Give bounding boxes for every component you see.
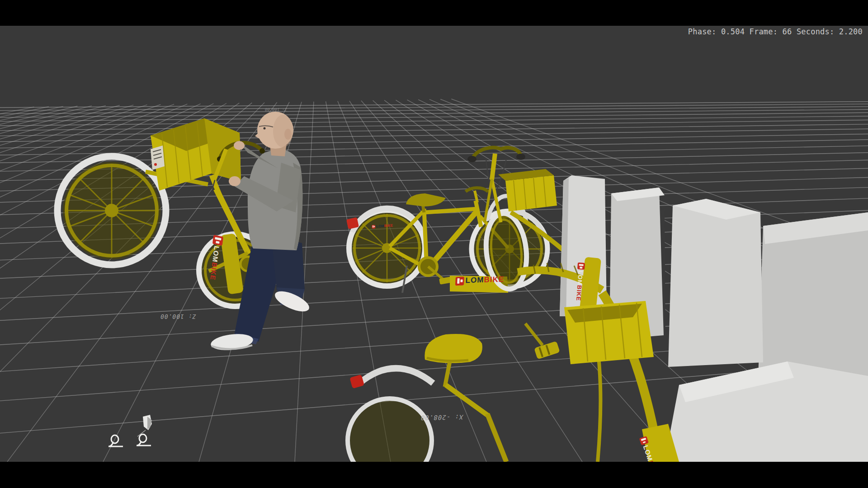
lombike-logo-middle-bike: LOMBIKE [455,275,505,286]
character-ear [284,129,292,140]
bottom-bike-fender [359,368,433,383]
grid-coordinate-label-far: Z: 100.00 [264,107,288,112]
letterbox-bottom [0,462,868,488]
hud-phase-label: Phase: [688,27,717,36]
grid-coordinate-label-z: Z: 100.00 [160,313,197,320]
character-left-hand [229,176,241,186]
character-right-hand [234,141,245,150]
hud-seconds-value: 2.200 [839,27,863,36]
hud-seconds-label: Seconds: [797,27,834,36]
letterbox-top [0,0,868,26]
lombike-badge-icon [577,263,585,270]
hud-readout: Phase: 0.504 Frame: 66 Seconds: 2.200 [688,27,863,36]
3d-viewport[interactable]: Phase: 0.504 Frame: 66 Seconds: 2.200 Z:… [0,26,868,462]
hud-frame-label: Frame: [750,27,778,36]
lombike-badge-icon [212,235,223,246]
hud-phase-value: 0.504 [721,27,745,36]
lombike-badge-icon [455,277,464,286]
scene-canvas [0,26,868,462]
block-tall-center [668,199,763,367]
bottom-bike [348,334,506,462]
application-window: Phase: 0.504 Frame: 66 Seconds: 2.200 Z:… [0,0,868,488]
character-eye [264,127,266,130]
middle-bike-saddle [406,193,446,206]
bottom-bike-taillight [349,375,364,389]
foot-markers [108,415,152,446]
hud-frame-value: 66 [783,27,792,36]
lombike-badge-icon [372,225,375,228]
grid-coordinate-label-x: X: -208.00 [420,413,463,422]
